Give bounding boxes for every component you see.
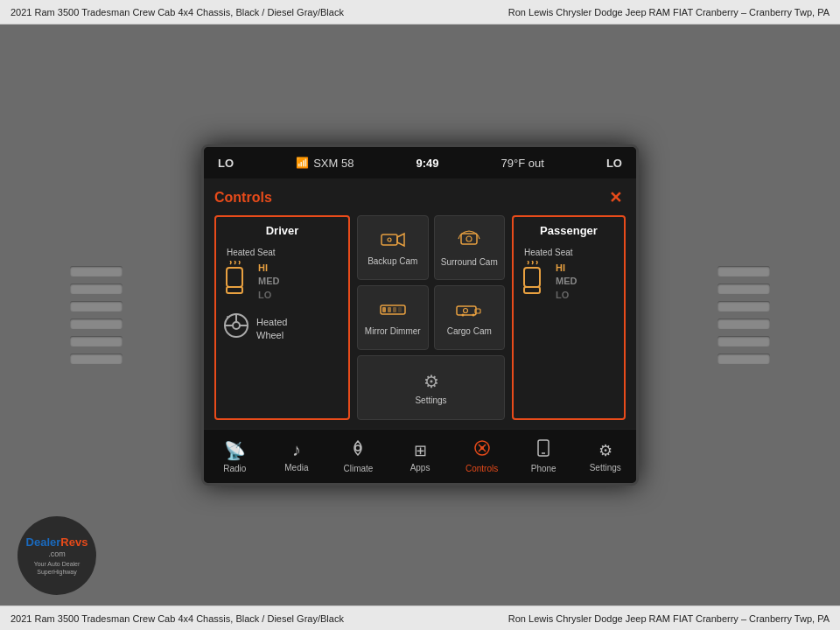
passenger-seat-control[interactable]: HI MED LO: [521, 261, 577, 302]
dealerrevs-watermark: DealerRevs .com Your Auto Dealer SuperHi…: [18, 516, 96, 595]
nav-apps[interactable]: ⊞ Apps: [389, 429, 452, 483]
nav-media[interactable]: ♪ Media: [266, 429, 328, 483]
svg-point-22: [464, 308, 468, 312]
svg-point-9: [388, 238, 391, 242]
watermark-sub: Your Auto Dealer SuperHighway: [18, 560, 96, 576]
backup-cam-button[interactable]: Backup Cam: [357, 215, 429, 280]
driver-wheel-section[interactable]: Heated Wheel: [223, 312, 341, 345]
settings-label: Settings: [415, 396, 446, 405]
dashboard: LO 📶 SXM 58 9:49 79°F out LO Controls ✕: [0, 24, 840, 606]
controls-icon: [473, 439, 491, 461]
top-bar-left-text: 2021 Ram 3500 Tradesman Crew Cab 4x4 Cha…: [10, 7, 420, 18]
mirror-dimmer-label: Mirror Dimmer: [365, 326, 421, 336]
vent-slat: [70, 336, 122, 346]
heated-seat-label: Heated Seat: [227, 248, 276, 257]
media-icon: ♪: [292, 440, 301, 460]
nav-apps-label: Apps: [410, 463, 430, 472]
nav-climate[interactable]: Climate: [327, 429, 389, 483]
surround-cam-icon: [458, 229, 480, 254]
signal-icon: 📶: [296, 157, 309, 169]
svg-rect-7: [382, 234, 397, 245]
driver-seat-control[interactable]: HI MED LO: [223, 261, 279, 302]
vent-slats-right: [718, 236, 770, 394]
uconnect-screen: LO 📶 SXM 58 9:49 79°F out LO Controls ✕: [201, 144, 639, 486]
svg-rect-24: [524, 287, 540, 293]
settings-button[interactable]: ⚙ Settings: [357, 355, 505, 420]
driver-seat-section: Heated Seat: [223, 248, 341, 302]
vent-left: [0, 192, 192, 438]
nav-settings-label: Settings: [590, 463, 621, 472]
cargo-cam-icon: [456, 300, 482, 323]
apps-icon: ⊞: [414, 441, 427, 460]
seat-levels: HI MED LO: [258, 262, 279, 301]
vent-slat: [70, 266, 122, 276]
vent-slat: [718, 266, 770, 276]
clock: 9:49: [416, 157, 438, 170]
bottom-bar-left-text: 2021 Ram 3500 Tradesman Crew Cab 4x4 Cha…: [10, 613, 420, 624]
nav-phone-label: Phone: [531, 464, 556, 473]
wheel-label-wheel: Wheel: [256, 329, 287, 341]
svg-rect-13: [382, 307, 386, 312]
seat-level-lo: LO: [258, 289, 279, 301]
svg-marker-8: [397, 234, 404, 246]
seat-level-hi: HI: [258, 262, 279, 274]
middle-grid: Backup Cam Surround Cam: [357, 215, 505, 420]
radio-icon: 📡: [224, 440, 246, 461]
vent-slat: [718, 284, 770, 294]
nav-settings[interactable]: ⚙ Settings: [574, 429, 636, 483]
passenger-heated-seat-label: Heated Seat: [524, 248, 573, 257]
nav-settings-icon: ⚙: [598, 441, 612, 460]
controls-title: Controls: [214, 190, 272, 206]
svg-rect-16: [398, 307, 402, 312]
wheel-icon: [223, 312, 249, 345]
wheel-label-heated: Heated: [256, 316, 287, 328]
passenger-seat-levels: HI MED LO: [556, 262, 577, 301]
lo-right: LO: [606, 157, 622, 170]
screen-statusbar: LO 📶 SXM 58 9:49 79°F out LO: [204, 147, 636, 178]
cargo-cam-label: Cargo Cam: [447, 326, 492, 336]
svg-point-25: [355, 445, 360, 451]
svg-rect-0: [227, 268, 242, 287]
surround-cam-label: Surround Cam: [441, 257, 498, 267]
nav-radio[interactable]: 📡 Radio: [204, 429, 266, 483]
surround-cam-button[interactable]: Surround Cam: [434, 215, 506, 280]
watermark-dealer: DealerRevs: [26, 536, 88, 550]
svg-point-11: [466, 236, 472, 242]
radio-station: SXM 58: [313, 157, 354, 170]
seat-heat-icon: [223, 261, 251, 302]
svg-rect-14: [388, 307, 391, 312]
svg-point-21: [472, 313, 475, 316]
vent-slat: [718, 301, 770, 312]
mirror-dimmer-button[interactable]: Mirror Dimmer: [357, 285, 429, 350]
vent-slat: [718, 336, 770, 346]
bottom-bar: 2021 Ram 3500 Tradesman Crew Cab 4x4 Cha…: [0, 606, 840, 630]
vent-slat: [718, 318, 770, 329]
vent-slat: [70, 318, 122, 329]
svg-rect-15: [393, 307, 396, 312]
driver-title: Driver: [223, 224, 341, 237]
vent-slat: [70, 284, 122, 294]
svg-rect-23: [524, 268, 540, 287]
nav-phone[interactable]: Phone: [513, 429, 575, 483]
passenger-seat-level-hi: HI: [556, 262, 577, 274]
svg-point-20: [462, 313, 465, 316]
nav-controls[interactable]: Controls: [451, 429, 513, 483]
climate-icon: [349, 439, 367, 461]
passenger-panel: Passenger Heated Seat: [512, 215, 626, 420]
svg-rect-10: [461, 234, 477, 244]
lo-left: LO: [218, 157, 234, 170]
nav-controls-label: Controls: [466, 464, 498, 473]
svg-rect-1: [227, 287, 242, 293]
passenger-seat-level-lo: LO: [556, 289, 577, 301]
vent-slat: [718, 354, 770, 364]
vent-slat: [70, 354, 122, 364]
close-button[interactable]: ✕: [605, 187, 626, 208]
vent-right: [648, 192, 840, 438]
backup-cam-icon: [381, 230, 405, 253]
nav-media-label: Media: [284, 463, 308, 472]
svg-point-3: [233, 322, 240, 329]
passenger-seat-section: Heated Seat: [521, 248, 617, 302]
mirror-dimmer-icon: [380, 300, 406, 323]
nav-radio-label: Radio: [223, 464, 246, 473]
cargo-cam-button[interactable]: Cargo Cam: [434, 285, 506, 350]
